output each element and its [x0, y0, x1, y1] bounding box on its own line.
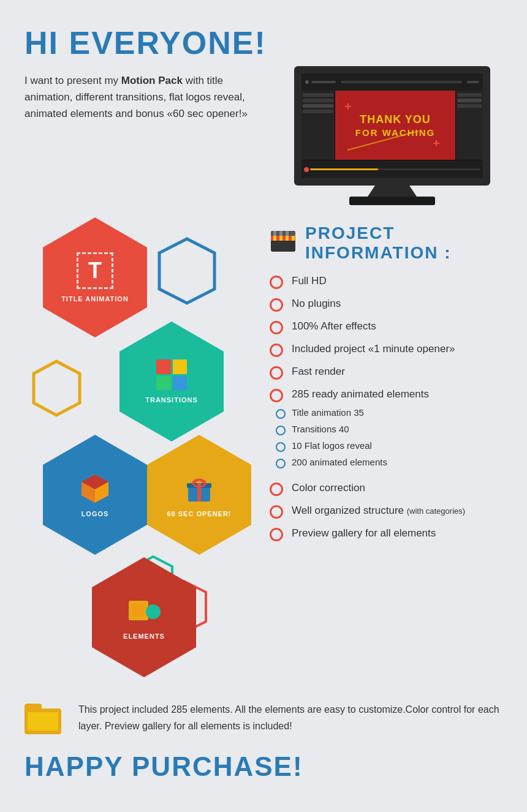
- bullet-red-7: [270, 483, 283, 496]
- hex-elements-label: ELEMENTS: [123, 633, 165, 640]
- info-item-fullhd: Full HD: [270, 275, 502, 289]
- transitions-icon: [156, 359, 187, 390]
- info-item-preview-text: Preview gallery for all elements: [292, 527, 436, 539]
- intro-text-plain: I want to present my: [25, 75, 121, 86]
- bullet-blue-4: [276, 459, 286, 468]
- svg-rect-24: [273, 231, 276, 236]
- sub-item-logos: 10 Flat logos reveal: [276, 440, 387, 452]
- monitor-screen: + THANK YOU FOR WACHING +: [294, 66, 490, 186]
- bullet-red-5: [270, 366, 283, 380]
- hex-logos-inner: LOGOS: [43, 435, 147, 555]
- bullet-red-4: [270, 344, 283, 357]
- svg-point-16: [146, 604, 161, 619]
- svg-rect-25: [279, 231, 282, 236]
- top-section: I want to present my Motion Pack with ti…: [25, 72, 502, 205]
- intro-text: I want to present my Motion Pack with ti…: [25, 72, 257, 122]
- bullet-red-1: [270, 276, 283, 289]
- sub-item-title-text: Title animation 35: [292, 407, 364, 418]
- folder-inside: [28, 712, 58, 731]
- page: Hi Everyone! I want to present my Motion…: [0, 0, 527, 806]
- sub-item-transitions-text: Transitions 40: [292, 424, 349, 434]
- project-info-title: PROJECT INFORMATION :: [305, 224, 502, 263]
- sub-item-title: Title animation 35: [276, 407, 387, 419]
- info-list: Full HD No plugins 100% After effects In…: [270, 275, 502, 541]
- info-item-285-text: 285 ready animated elements: [292, 388, 429, 400]
- bullet-red-9: [270, 528, 283, 541]
- hex-title-animation-inner: T TITLE ANIMATION: [43, 217, 147, 337]
- opener-gift-icon: [183, 472, 215, 504]
- main-title: Hi Everyone!: [25, 24, 502, 61]
- hex-transitions: TRANSITIONS: [119, 321, 224, 442]
- top-left: I want to present my Motion Pack with ti…: [25, 72, 257, 122]
- info-item-render-text: Fast render: [292, 366, 345, 378]
- hex-logos-label: LOGOS: [82, 510, 109, 517]
- intro-bold: Motion Pack: [121, 75, 183, 86]
- hex-area: T TITLE ANIMATION TRANSITIONS: [25, 217, 245, 683]
- folder-icon: [25, 704, 61, 734]
- svg-rect-26: [286, 231, 289, 236]
- happy-purchase: HAPPY PURCHASE!: [25, 751, 502, 782]
- monitor-wrap: + THANK YOU FOR WACHING +: [282, 66, 502, 205]
- info-item-color-text: Color correction: [292, 482, 365, 494]
- info-item-285: 285 ready animated elements Title animat…: [270, 388, 502, 473]
- hex-transitions-inner: TRANSITIONS: [119, 321, 224, 442]
- screen-text: THANK YOU FOR WACHING: [355, 113, 435, 137]
- hex-opener-label: 60 SEC OPENER!: [167, 510, 231, 517]
- thank-you-text: THANK YOU: [355, 113, 435, 127]
- folder-body: [25, 709, 61, 734]
- hex-logos: LOGOS: [43, 435, 147, 555]
- bullet-red-6: [270, 389, 283, 402]
- monitor-foot: [349, 197, 435, 205]
- svg-marker-1: [34, 361, 80, 415]
- clapboard-icon: [270, 227, 297, 260]
- bullet-red-2: [270, 298, 283, 312]
- info-item-preview: Preview gallery for all elements: [270, 527, 502, 541]
- project-info-header: PROJECT INFORMATION :: [270, 224, 502, 263]
- info-item-fullhd-text: Full HD: [292, 275, 327, 287]
- sub-item-elements: 200 animated elements: [276, 457, 387, 468]
- svg-marker-0: [159, 239, 214, 303]
- info-item-ae: 100% After effects: [270, 320, 502, 334]
- sub-item-logos-text: 10 Flat logos reveal: [292, 440, 372, 451]
- info-section: PROJECT INFORMATION : Full HD No plugins…: [245, 217, 502, 550]
- sub-item-transitions: Transitions 40: [276, 424, 387, 435]
- svg-rect-15: [132, 604, 145, 617]
- hex-elements-inner: ELEMENTS: [92, 557, 196, 677]
- info-item-structure: Well organized structure (with categorie…: [270, 505, 502, 519]
- hex-opener-inner: 60 SEC OPENER!: [147, 435, 251, 555]
- hex-opener: 60 SEC OPENER!: [147, 435, 251, 555]
- bottom-section: This project included 285 elements. All …: [25, 701, 502, 734]
- monitor-screen-inner: + THANK YOU FOR WACHING +: [301, 73, 483, 178]
- bullet-blue-1: [276, 409, 286, 419]
- screen-plus-br: +: [433, 137, 440, 151]
- bullet-blue-3: [276, 442, 286, 452]
- title-animation-icon: T: [77, 252, 113, 289]
- info-item-plugins-text: No plugins: [292, 298, 341, 310]
- info-item-color: Color correction: [270, 482, 502, 496]
- sub-list: Title animation 35 Transitions 40 10 Fla…: [270, 407, 387, 473]
- middle-section: T TITLE ANIMATION TRANSITIONS: [25, 217, 502, 683]
- bullet-red-3: [270, 321, 283, 334]
- elements-icon: [127, 595, 161, 626]
- info-item-ae-text: 100% After effects: [292, 320, 376, 333]
- info-item-project: Included project «1 minute opener»: [270, 343, 502, 357]
- info-item-plugins: No plugins: [270, 298, 502, 312]
- sub-item-elements-text: 200 animated elements: [292, 457, 387, 467]
- bullet-red-8: [270, 505, 283, 519]
- monitor-base: [368, 186, 417, 197]
- outline-hex-blue-1: [156, 236, 218, 306]
- monitor: + THANK YOU FOR WACHING +: [288, 66, 496, 205]
- folder-icon-wrap: [25, 704, 67, 734]
- info-item-project-text: Included project «1 minute opener»: [292, 343, 455, 355]
- logos-cube-icon: [79, 472, 111, 504]
- bottom-text: This project included 285 elements. All …: [78, 701, 502, 734]
- screen-plus-tl: +: [344, 100, 352, 114]
- info-item-structure-text: Well organized structure (with categorie…: [292, 505, 465, 517]
- for-watching-text: FOR WACHING: [355, 127, 435, 138]
- outline-hex-gold-1: [31, 358, 83, 418]
- hex-title-animation-label: TITLE ANIMATION: [61, 295, 129, 303]
- hex-title-animation: T TITLE ANIMATION: [43, 217, 147, 337]
- hex-elements: ELEMENTS: [92, 557, 196, 677]
- info-item-render: Fast render: [270, 366, 502, 380]
- bullet-blue-2: [276, 426, 286, 435]
